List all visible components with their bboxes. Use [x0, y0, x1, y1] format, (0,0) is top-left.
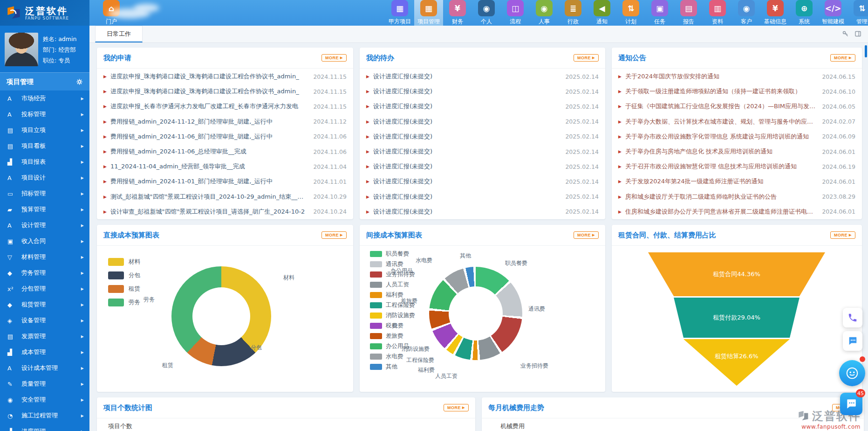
- item-text[interactable]: 测试_彭祖新城"四馆"景观工程设计项目_2024-10-29_admin_结束_…: [110, 193, 307, 201]
- sidebar-item[interactable]: ▭ 招标管理 ▶: [0, 186, 89, 202]
- bullet-icon: ▶: [618, 195, 622, 199]
- legend-item[interactable]: 消防设施费: [370, 310, 415, 320]
- top-nav-item[interactable]: ⇅ 计划: [616, 0, 645, 26]
- gear-icon[interactable]: [76, 78, 83, 85]
- item-text[interactable]: 设计进度汇报(未提交): [373, 72, 559, 81]
- sidebar-item[interactable]: ▰ 预算管理 ▶: [0, 202, 89, 217]
- top-nav-item[interactable]: ◀ 通知: [588, 0, 616, 26]
- top-nav-item[interactable]: ▣ 任务: [645, 0, 674, 26]
- online-chat-button[interactable]: [843, 331, 862, 351]
- list-item: ▶ 设计进度汇报(未提交) 2025.02.14: [366, 144, 599, 159]
- more-button[interactable]: MORE▶: [321, 231, 347, 239]
- sidebar-item[interactable]: A 项目设计 ▶: [0, 170, 89, 186]
- list-item: ▶ 设计进度汇报(未提交) 2025.02.14: [366, 129, 599, 144]
- item-text[interactable]: 费用报销_admin_2024-11-06_总经理审批__完成: [110, 147, 307, 156]
- item-text[interactable]: 费用报销_admin_2024-11-06_部门经理审批_胡建,_运行中: [110, 132, 307, 141]
- top-nav-item[interactable]: ▥ 资料: [703, 0, 732, 26]
- item-text[interactable]: 于征集《中国建筑施工行业信息化发展报告（2024）—BIM应用与发展》材料: [625, 102, 816, 111]
- more-button[interactable]: MORE▶: [830, 54, 855, 62]
- sidebar-item[interactable]: ▟ 项目报表 ▶: [0, 154, 89, 170]
- item-date: 2024.06.10: [822, 88, 855, 95]
- item-text[interactable]: 关于2024年国庆节放假安排的通知: [625, 72, 816, 81]
- item-text[interactable]: 进度款申报_珠海鹤港口建设_珠海鹤港口建设工程合作协议书_admin_: [110, 72, 307, 81]
- legend-item[interactable]: 劳务: [108, 296, 140, 309]
- top-nav-item[interactable]: ⇅ 管理: [847, 0, 868, 26]
- scrollbar-thumb[interactable]: [865, 45, 867, 57]
- item-text[interactable]: 设计进度汇报(未提交): [373, 208, 559, 216]
- legend-item[interactable]: 差旅费: [370, 331, 415, 341]
- legend-item[interactable]: 租赁: [108, 282, 140, 296]
- top-nav-item[interactable]: ◉ 客户: [732, 0, 761, 26]
- more-button[interactable]: MORE▶: [574, 231, 599, 239]
- item-text[interactable]: 住房和城乡建设部办公厅关于同意吉林省开展二级建造师注册证书电子化试点: [625, 208, 816, 216]
- slice-label: 通讯费: [528, 305, 545, 313]
- top-nav-item[interactable]: ⊕ 系统: [790, 0, 819, 26]
- contact-phone-button[interactable]: [843, 308, 862, 327]
- top-nav-item[interactable]: ▦ 甲方项目: [385, 0, 414, 26]
- item-text[interactable]: 设计进度汇报(未提交): [373, 147, 559, 156]
- item-text[interactable]: 11_2024-11-04_admin_经营部_领导审批__完成: [110, 162, 307, 171]
- top-nav-item[interactable]: ◉ 个人: [472, 0, 501, 26]
- item-text[interactable]: 进度款申报_珠海鹤港口建设_珠海鹤港口建设工程合作协议书_admin_: [110, 87, 307, 96]
- item-text[interactable]: 设计进度汇报(未提交): [373, 132, 559, 141]
- top-nav-item[interactable]: ◫ 流程: [501, 0, 530, 26]
- legend-item[interactable]: 分包: [108, 269, 140, 282]
- top-nav-item[interactable]: ¥ 财务: [443, 0, 472, 26]
- sidebar-item[interactable]: ▤ 项目立项 ▶: [0, 122, 89, 138]
- item-text[interactable]: 设计进度汇报(未提交): [373, 162, 559, 171]
- more-button[interactable]: MORE▶: [321, 54, 347, 62]
- sidebar-item[interactable]: ▽ 材料管理 ▶: [0, 249, 89, 265]
- key-icon[interactable]: [842, 30, 849, 37]
- item-text[interactable]: 设计进度汇报(未提交): [373, 177, 559, 186]
- legend-item[interactable]: 职员餐费: [370, 249, 415, 259]
- sidebar-item[interactable]: A 市场经营 ▶: [0, 90, 89, 106]
- sidebar-item[interactable]: ▤ 发票管理 ▶: [0, 328, 89, 344]
- item-text[interactable]: 关于举办市政公用设施数字化管理信息 系统建设与应用培训班的通知: [625, 132, 816, 141]
- top-nav-item[interactable]: </> 智能建模: [819, 0, 847, 26]
- item-text[interactable]: 费用报销_admin_2024-11-01_部门经理审批_胡建,_运行中: [110, 177, 307, 186]
- sidebar-item[interactable]: A 设计成本管理 ▶: [0, 360, 89, 376]
- sidebar-item[interactable]: ▤ 项目看板 ▶: [0, 138, 89, 154]
- item-text[interactable]: 设计进度汇报(未提交): [373, 87, 559, 96]
- legend-item[interactable]: 人员工资: [370, 279, 415, 290]
- sidebar-item[interactable]: ◔ 施工过程管理 ▶: [0, 408, 89, 424]
- more-button[interactable]: MORE▶: [830, 231, 855, 239]
- panel-toggle-icon[interactable]: [854, 30, 861, 37]
- item-text[interactable]: 关于召开市政公用设施智慧化管理 信息技术与应用培训班的通知: [625, 162, 816, 171]
- nav-label: 门户: [106, 18, 117, 26]
- top-nav-item[interactable]: ▦ 项目管理: [414, 0, 443, 26]
- sidebar-item[interactable]: A 设计管理 ▶: [0, 217, 89, 233]
- sidebar-item[interactable]: x² 分包管理 ▶: [0, 281, 89, 297]
- item-text[interactable]: 设计进度汇报(未提交): [373, 102, 559, 111]
- sidebar-item[interactable]: ▟ 进度管理 ▶: [0, 424, 89, 431]
- sidebar-item[interactable]: ✎ 质量管理 ▶: [0, 376, 89, 392]
- sidebar-item[interactable]: ◉ 安全管理 ▶: [0, 392, 89, 408]
- sidebar-item[interactable]: ▣ 收入合同 ▶: [0, 233, 89, 249]
- legend-swatch: [370, 313, 382, 319]
- item-text[interactable]: 设计进度汇报(未提交): [373, 193, 559, 201]
- sidebar-item[interactable]: ◈ 设备管理 ▶: [0, 313, 89, 328]
- tab-daily-work[interactable]: 日常工作: [95, 26, 143, 42]
- item-text[interactable]: 设计审查_彭祖新城"四馆"景观工程设计项目_请选择_胡广生_2024-10-2: [110, 208, 307, 216]
- service-robot-button[interactable]: [839, 360, 865, 386]
- legend-item[interactable]: 材料: [108, 255, 140, 269]
- item-text[interactable]: 进度款申报_长春市伊通河水力发电厂改建工程_长春市伊通河水力发电: [110, 102, 307, 111]
- item-text[interactable]: 关于领取一级注册建造师增项贴的通知（须持一建证书前来领取）: [625, 87, 816, 96]
- sidebar-item[interactable]: ◆ 劳务管理 ▶: [0, 265, 89, 281]
- avatar[interactable]: [5, 33, 38, 66]
- item-text[interactable]: 关于举办大数据、云计算技术在城市建设、规划、管理与服务中的应用培训班: [625, 118, 816, 126]
- item-text[interactable]: 费用报销_admin_2024-11-12_部门经理审批_胡建,_运行中: [110, 118, 307, 126]
- top-nav-item[interactable]: ◉ 人事: [530, 0, 559, 26]
- item-text[interactable]: 关于发放2024年第24批一级建造师注册证书的通知: [625, 177, 816, 186]
- item-text[interactable]: 关于举办住房与房地产信息化 技术及应用培训班的通知: [625, 147, 816, 156]
- more-button[interactable]: MORE▶: [574, 54, 599, 62]
- sidebar-item[interactable]: ◆ 租赁管理 ▶: [0, 297, 89, 313]
- item-text[interactable]: 房和城乡建设厅关于取消二级建造师临时执业证书的公告: [625, 193, 816, 201]
- item-text[interactable]: 设计进度汇报(未提交): [373, 118, 559, 126]
- top-nav-item[interactable]: ≣ 行政: [559, 0, 588, 26]
- top-nav-item[interactable]: ▤ 报告: [674, 0, 703, 26]
- more-button[interactable]: MORE▶: [444, 404, 469, 411]
- top-nav-item[interactable]: ¥ 基础信息: [761, 0, 790, 26]
- sidebar-item[interactable]: A 投标管理 ▶: [0, 106, 89, 122]
- sidebar-item[interactable]: ▟ 成本管理 ▶: [0, 344, 89, 360]
